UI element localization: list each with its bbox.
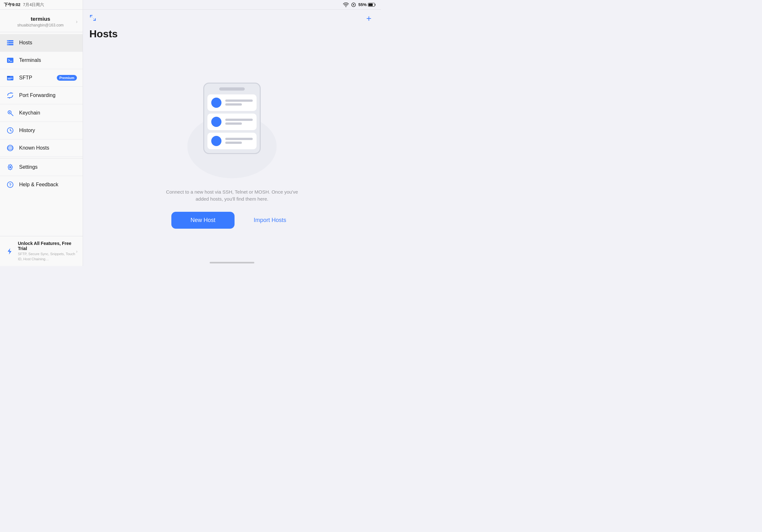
sidebar-item-sftp[interactable]: SFTP Premium	[0, 69, 83, 87]
footer-text: Unlock All Features, Free Trial SFTP, Se…	[18, 241, 76, 262]
history-label: History	[19, 128, 35, 133]
resize-icon[interactable]	[89, 14, 96, 23]
svg-point-1	[353, 4, 354, 5]
user-email: shuaibizhangbin@163.com	[17, 23, 63, 28]
settings-label: Settings	[19, 164, 38, 170]
status-date: 7月4日周六	[23, 2, 44, 8]
battery-percent: 55%	[358, 2, 367, 7]
keychain-icon	[6, 108, 15, 117]
known-hosts-icon	[6, 144, 15, 153]
device-avatar-1	[211, 98, 221, 108]
port-forwarding-icon	[6, 91, 15, 100]
svg-point-9	[8, 44, 8, 45]
empty-state-illustration	[194, 83, 270, 178]
help-icon: ?	[6, 180, 15, 189]
app-body: termius shuaibizhangbin@163.com ›	[0, 10, 381, 266]
sftp-label: SFTP	[19, 75, 32, 81]
device-line	[225, 142, 242, 144]
user-info: termius shuaibizhangbin@163.com	[5, 16, 76, 28]
svg-rect-3	[369, 4, 373, 6]
sidebar-item-help[interactable]: ? Help & Feedback	[0, 176, 83, 193]
device-line	[225, 119, 253, 121]
sidebar-item-history[interactable]: History	[0, 122, 83, 139]
status-time: 下午9:02	[4, 2, 21, 8]
svg-text:?: ?	[9, 182, 12, 187]
device-row-2	[207, 113, 257, 130]
import-hosts-button[interactable]: Import Hosts	[247, 212, 293, 229]
action-buttons: New Host Import Hosts	[171, 212, 293, 229]
hosts-icon	[6, 38, 15, 47]
add-button[interactable]: +	[363, 13, 375, 24]
lightning-icon	[5, 247, 14, 256]
sidebar-nav: Hosts Terminals	[0, 32, 83, 236]
svg-marker-28	[8, 248, 12, 254]
svg-rect-14	[8, 78, 13, 79]
system-bar: 下午9:02 7月4日周六 55%	[0, 0, 381, 10]
sidebar-item-keychain[interactable]: Keychain	[0, 104, 83, 122]
help-label: Help & Feedback	[19, 182, 58, 187]
sidebar-header[interactable]: termius shuaibizhangbin@163.com ›	[0, 10, 83, 32]
content-area: Connect to a new host via SSH, Telnet or…	[83, 45, 381, 266]
device-avatar-3	[211, 136, 221, 146]
device-line	[225, 103, 242, 105]
keychain-label: Keychain	[19, 110, 40, 116]
location-icon	[351, 3, 356, 7]
device-lines-2	[225, 119, 253, 125]
terminals-label: Terminals	[19, 57, 41, 63]
device-line	[225, 138, 253, 140]
wifi-icon	[343, 3, 349, 7]
svg-point-20	[9, 112, 10, 113]
home-indicator	[210, 262, 254, 263]
footer-chevron-icon: ›	[76, 249, 78, 254]
status-bar-left: 下午9:02 7月4日周六	[0, 0, 83, 9]
status-bar-right: 55%	[83, 0, 381, 9]
device-mockup	[203, 83, 261, 154]
app-name: termius	[31, 16, 50, 22]
svg-point-8	[8, 42, 8, 43]
svg-point-7	[8, 40, 8, 41]
sidebar-item-terminals[interactable]: Terminals	[0, 52, 83, 69]
device-row-3	[207, 133, 257, 149]
main-top-bar: +	[83, 10, 381, 27]
battery-display: 55%	[358, 2, 376, 7]
device-line	[225, 122, 242, 125]
port-forwarding-label: Port Forwarding	[19, 93, 55, 98]
empty-state-description: Connect to a new host via SSH, Telnet or…	[162, 188, 302, 203]
sftp-icon	[6, 73, 15, 82]
page-title: Hosts	[83, 27, 381, 45]
new-host-button[interactable]: New Host	[171, 212, 235, 229]
sidebar-item-hosts[interactable]: Hosts	[0, 34, 83, 52]
device-row-1	[207, 95, 257, 111]
app-wrapper: 下午9:02 7月4日周六 55%	[0, 0, 381, 266]
device-notch	[219, 87, 245, 91]
sidebar-item-port-forwarding[interactable]: Port Forwarding	[0, 87, 83, 104]
sidebar-footer-unlock[interactable]: Unlock All Features, Free Trial SFTP, Se…	[0, 236, 83, 266]
known-hosts-label: Known Hosts	[19, 145, 49, 151]
sidebar-item-settings[interactable]: Settings	[0, 158, 83, 176]
terminals-icon	[6, 56, 15, 65]
sidebar-expand-icon[interactable]: ›	[76, 19, 78, 25]
footer-title: Unlock All Features, Free Trial	[18, 241, 76, 251]
battery-icon	[368, 3, 376, 7]
svg-point-25	[9, 166, 11, 168]
history-icon	[6, 126, 15, 135]
device-avatar-2	[211, 117, 221, 127]
sidebar-item-known-hosts[interactable]: Known Hosts	[0, 139, 83, 157]
svg-rect-15	[8, 79, 11, 79]
main-content: + Hosts	[83, 10, 381, 266]
device-lines-1	[225, 100, 253, 105]
premium-badge: Premium	[57, 75, 77, 81]
svg-rect-10	[7, 58, 13, 63]
hosts-label: Hosts	[19, 40, 32, 46]
device-line	[225, 100, 253, 102]
footer-subtitle: SFTP, Secure Sync, Snippets, Touch ID, H…	[18, 252, 76, 262]
sidebar: termius shuaibizhangbin@163.com ›	[0, 10, 83, 266]
device-lines-3	[225, 138, 253, 144]
settings-icon	[6, 163, 15, 171]
svg-line-19	[11, 113, 13, 116]
svg-rect-13	[7, 76, 10, 77]
